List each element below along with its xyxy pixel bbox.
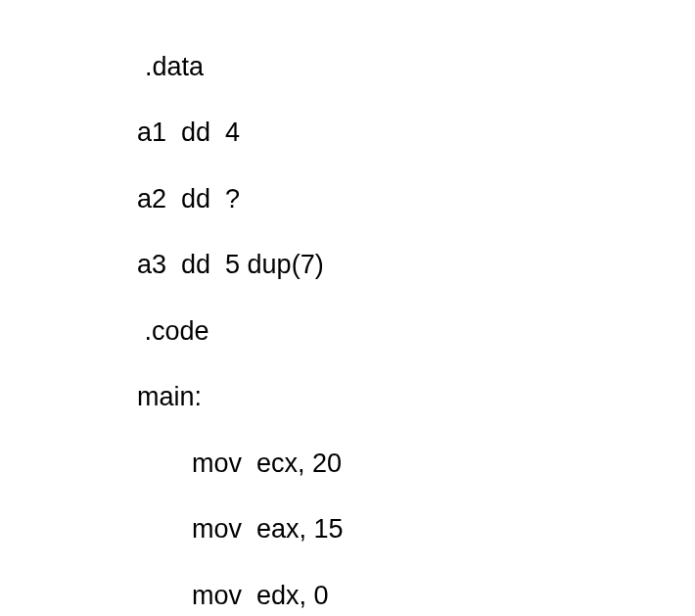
code-line: mov ecx, 20 bbox=[137, 448, 695, 481]
code-line: .data bbox=[137, 51, 695, 84]
code-line: a2 dd ? bbox=[137, 183, 695, 216]
code-line: a1 dd 4 bbox=[137, 117, 695, 150]
code-line: main: bbox=[137, 381, 695, 414]
code-line: mov edx, 0 bbox=[137, 580, 695, 613]
code-line: a3 dd 5 dup(7) bbox=[137, 249, 695, 282]
code-line: mov eax, 15 bbox=[137, 513, 695, 546]
code-line: .code bbox=[137, 315, 695, 349]
assembly-code-block: .data a1 dd 4 a2 dd ? a3 dd 5 dup(7) .co… bbox=[137, 18, 695, 616]
